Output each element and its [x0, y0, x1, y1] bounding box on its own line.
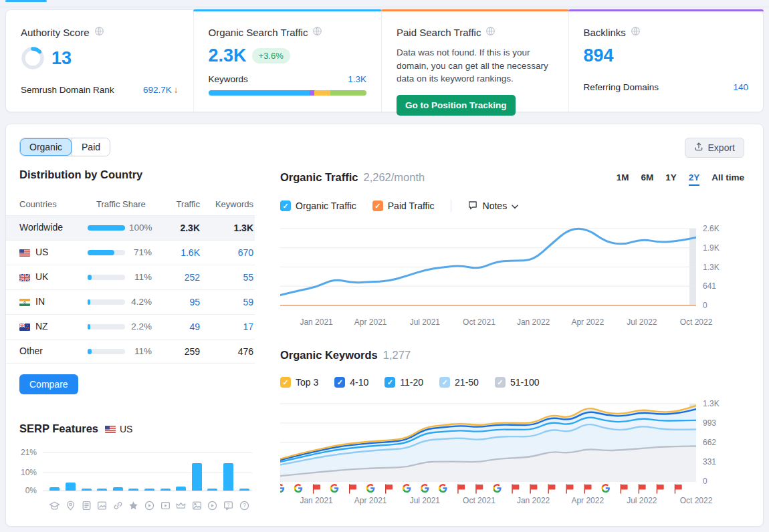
sitelinks-icon[interactable] — [112, 500, 124, 514]
export-button[interactable]: Export — [685, 138, 744, 158]
top-stories-icon[interactable] — [175, 500, 187, 514]
keywords-value[interactable]: 1.3K — [348, 74, 366, 84]
traffic-value[interactable]: 1.6K — [181, 247, 200, 258]
toggle-paid[interactable]: Paid — [72, 138, 110, 156]
info-globe-icon[interactable] — [631, 26, 641, 38]
traffic-share-value: 71% — [129, 247, 152, 257]
x-tick-label: Jul 2022 — [619, 317, 665, 327]
card-title: Paid Search Traffic — [397, 27, 481, 38]
range-1m[interactable]: 1M — [617, 172, 629, 186]
red-flag-icon[interactable] — [657, 485, 663, 493]
red-flag-icon[interactable] — [675, 485, 681, 493]
red-flag-icon[interactable] — [476, 485, 483, 493]
country-name: US — [19, 247, 48, 257]
red-flag-icon[interactable] — [621, 485, 627, 493]
red-flag-icon[interactable] — [314, 485, 320, 493]
red-flag-icon[interactable] — [566, 485, 573, 493]
checkbox-icon: ✓ — [280, 201, 291, 211]
info-globe-icon[interactable] — [94, 26, 104, 38]
referring-domains-value[interactable]: 140 — [733, 82, 748, 92]
red-flag-icon[interactable] — [639, 485, 645, 493]
x-tick-label: Apr 2021 — [347, 317, 394, 327]
google-icon[interactable] — [366, 484, 375, 493]
google-icon[interactable] — [439, 484, 447, 493]
legend-top-3[interactable]: ✓Top 3 — [280, 377, 318, 388]
organic-traffic-subtitle: 2,262/month — [363, 171, 425, 183]
x-tick-label: Oct 2022 — [673, 317, 720, 327]
video-carousel-icon[interactable] — [207, 500, 218, 514]
legend-4-10[interactable]: ✓4-10 — [334, 377, 368, 388]
legend-51-100[interactable]: ✓51-100 — [495, 377, 540, 388]
red-flag-icon[interactable] — [458, 485, 465, 493]
legend-11-20[interactable]: ✓11-20 — [384, 377, 423, 388]
range-6m[interactable]: 6M — [641, 172, 653, 186]
google-icon[interactable] — [280, 484, 284, 493]
red-flag-icon[interactable] — [584, 485, 591, 493]
keywords-value[interactable]: 59 — [243, 297, 253, 307]
checkbox-icon: ✓ — [280, 377, 291, 388]
range-2y[interactable]: 2Y — [689, 172, 700, 186]
keywords-value[interactable]: 670 — [238, 247, 253, 258]
legend-organic-traffic[interactable]: ✓Organic Traffic — [280, 201, 356, 211]
table-row-nz: NZ2.2%4917 — [6, 314, 255, 339]
images-pack-icon[interactable] — [96, 500, 108, 514]
y-tick-label: 1.9K — [703, 243, 720, 253]
red-flag-icon[interactable] — [350, 485, 356, 493]
speech-bubble-icon — [467, 200, 478, 213]
instant-answer-icon[interactable] — [49, 500, 60, 514]
x-tick-label: Jul 2022 — [619, 496, 665, 505]
top-nav-strip — [0, 0, 769, 7]
legend-paid-traffic[interactable]: ✓Paid Traffic — [372, 201, 435, 211]
position-tracking-button[interactable]: Go to Position Tracking — [397, 95, 516, 116]
legend-label: 51-100 — [510, 377, 540, 388]
red-flag-icon[interactable] — [530, 485, 537, 493]
images-icon[interactable] — [191, 500, 203, 514]
rank-value[interactable]: 692.7K — [143, 85, 172, 95]
people-also-ask-icon[interactable]: ? — [239, 500, 250, 514]
faq-icon[interactable]: ? — [223, 500, 234, 514]
table-row-other: Other11%259476 — [6, 339, 255, 364]
video-icon[interactable] — [144, 500, 155, 514]
col-keywords: Keywords — [215, 199, 253, 209]
country-name: NZ — [19, 321, 48, 331]
y-tick-label: 2.6K — [703, 224, 720, 233]
active-tab-indicator — [5, 0, 47, 2]
news-icon[interactable] — [81, 500, 92, 514]
reviews-icon[interactable] — [128, 500, 139, 514]
google-icon[interactable] — [493, 484, 502, 493]
red-flag-icon[interactable] — [386, 485, 393, 493]
local-pack-icon[interactable] — [65, 500, 76, 514]
traffic-value[interactable]: 95 — [189, 297, 200, 307]
serp-bar-video-carousel — [207, 489, 217, 491]
nz-flag-icon — [19, 321, 30, 331]
compare-button[interactable]: Compare — [19, 374, 78, 394]
keywords-value[interactable]: 55 — [243, 272, 253, 283]
legend-label: Top 3 — [296, 377, 318, 388]
organic-traffic-title: Organic Traffic — [280, 171, 358, 183]
keywords-value[interactable]: 17 — [243, 321, 253, 332]
featured-video-icon[interactable] — [160, 500, 171, 514]
keywords-value: 1.3K — [233, 223, 253, 233]
traffic-value[interactable]: 252 — [185, 272, 200, 283]
notes-dropdown[interactable]: Notes — [467, 200, 519, 213]
google-icon[interactable] — [294, 484, 303, 493]
range-all-time[interactable]: All time — [711, 172, 744, 186]
google-icon[interactable] — [601, 484, 610, 493]
traffic-value[interactable]: 49 — [189, 321, 200, 332]
legend-21-50[interactable]: ✓21-50 — [439, 377, 479, 388]
info-globe-icon[interactable] — [485, 26, 496, 38]
red-flag-icon[interactable] — [548, 485, 555, 493]
google-icon[interactable] — [421, 484, 429, 493]
checkbox-icon: ✓ — [439, 377, 450, 388]
serp-region: US — [105, 424, 132, 434]
red-flag-icon[interactable] — [512, 485, 519, 493]
google-icon[interactable] — [330, 484, 339, 493]
toggle-organic[interactable]: Organic — [20, 138, 72, 156]
traffic-share-bar — [88, 250, 125, 255]
info-globe-icon[interactable] — [312, 26, 322, 38]
google-icon[interactable] — [403, 484, 411, 493]
us-flag-icon — [19, 247, 30, 257]
range-1y[interactable]: 1Y — [665, 172, 677, 186]
gridline — [43, 452, 252, 453]
organic-search-traffic-card: Organic Search Traffic 2.3K+3.6% Keyword… — [193, 10, 382, 112]
